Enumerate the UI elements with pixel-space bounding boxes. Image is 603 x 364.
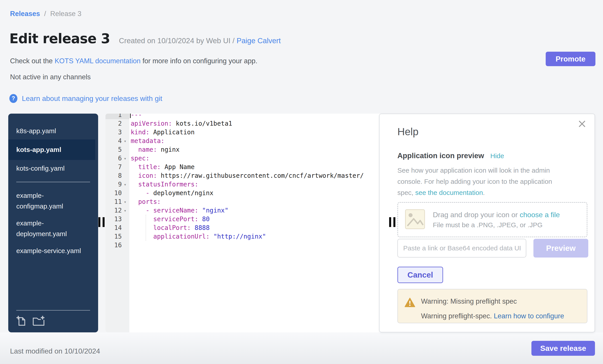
code-text: --- — [129, 114, 386, 119]
code-token: name: — [138, 146, 157, 153]
line-number: 16 — [105, 241, 129, 250]
code-line[interactable]: 13 servicePort: 80 — [105, 215, 386, 223]
code-token: Application — [150, 129, 195, 136]
code-token: 80 — [198, 215, 210, 223]
file-tree-item[interactable]: kots-config.yaml — [8, 160, 95, 177]
git-help-link-row[interactable]: ? Learn about managing your releases wit… — [9, 94, 162, 103]
code-text: title: App Name — [129, 163, 386, 171]
add-file-button[interactable] — [16, 315, 26, 327]
breadcrumb-current: Release 3 — [50, 10, 81, 18]
file-tree-item[interactable]: k8s-app.yaml — [8, 122, 95, 139]
docs-hint: Check out the KOTS YAML documentation fo… — [10, 57, 257, 65]
release-workspace: k8s-app.yamlkots-app.yamlkots-config.yam… — [0, 114, 603, 332]
new-file-icon — [16, 324, 26, 327]
code-line[interactable]: 6▾spec: — [105, 154, 386, 163]
yaml-editor[interactable]: 1---2apiVersion: kots.io/v1beta13kind: A… — [105, 114, 386, 332]
code-token: "nginx" — [198, 207, 228, 214]
add-folder-button[interactable] — [32, 315, 45, 327]
code-line[interactable]: 8 icon: https://raw.githubusercontent.co… — [105, 171, 386, 180]
preview-button[interactable]: Preview — [533, 239, 588, 257]
code-line[interactable]: 1--- — [105, 114, 386, 119]
file-tree-item[interactable]: example-deployment.yaml — [8, 215, 95, 242]
file-tree-item[interactable]: kots-app.yaml — [8, 139, 95, 160]
kots-yaml-docs-link[interactable]: KOTS YAML documentation — [55, 57, 140, 65]
code-token: App Name — [161, 163, 195, 171]
help-panel-resize-handle[interactable] — [389, 217, 395, 227]
fold-toggle-icon[interactable]: ▾ — [122, 139, 128, 143]
fold-toggle-icon[interactable]: ▾ — [122, 182, 128, 187]
help-close-button[interactable] — [578, 119, 587, 128]
code-token — [131, 163, 138, 171]
warning-triangle-icon — [405, 298, 415, 320]
fold-toggle-icon[interactable]: ▾ — [122, 208, 128, 213]
code-line[interactable]: 3kind: Application — [105, 128, 386, 137]
icon-dropzone[interactable]: Drag and drop your icon or choose a file… — [397, 202, 587, 237]
code-line[interactable]: 14 localPort: 8888 — [105, 223, 386, 232]
promote-button[interactable]: Promote — [546, 52, 595, 66]
save-release-button[interactable]: Save release — [531, 341, 595, 356]
file-tree-item[interactable]: example-configmap.yaml — [8, 187, 95, 215]
code-line[interactable]: 10 - deployment/nginx — [105, 189, 386, 197]
code-line[interactable]: 5 name: nginx — [105, 145, 386, 154]
choose-file-link[interactable]: choose a file — [520, 211, 560, 219]
code-line[interactable]: 11▾ ports: — [105, 197, 386, 206]
breadcrumb-separator: / — [44, 10, 46, 18]
code-token — [131, 189, 146, 197]
breadcrumb-releases-link[interactable]: Releases — [10, 10, 40, 18]
help-panel-title: Help — [397, 126, 418, 138]
file-tree-divider — [16, 182, 90, 182]
sidebar-resize-handle[interactable] — [98, 217, 104, 227]
file-tree: k8s-app.yamlkots-app.yamlkots-config.yam… — [8, 114, 98, 259]
code-token: 8888 — [191, 224, 210, 232]
page-title: Edit release 3 — [9, 31, 110, 46]
code-text: kind: Application — [129, 128, 386, 137]
code-token: title: — [138, 163, 161, 171]
file-tree-item[interactable]: example-service.yaml — [8, 242, 95, 259]
svg-text:?: ? — [12, 95, 15, 101]
code-line[interactable]: 15 applicationUrl: "http://nginx" — [105, 232, 386, 241]
code-token: applicationUrl: — [153, 233, 210, 240]
code-text: apiVersion: kots.io/v1beta1 — [129, 119, 386, 128]
code-text: localPort: 8888 — [129, 223, 386, 232]
fold-toggle-icon[interactable]: ▾ — [122, 199, 128, 204]
code-line[interactable]: 9▾ statusInformers: — [105, 180, 386, 189]
code-line[interactable]: 12▾ - serviceName: "nginx" — [105, 206, 386, 215]
code-token — [131, 198, 138, 205]
line-number: 3 — [105, 128, 129, 137]
code-line[interactable]: 16 — [105, 241, 386, 250]
edit-release-page: Releases / Release 3 Edit release 3 Crea… — [0, 0, 603, 364]
git-help-link[interactable]: Learn about managing your releases with … — [22, 94, 162, 103]
code-token: ports: — [138, 198, 161, 205]
code-line[interactable]: 7 title: App Name — [105, 163, 386, 171]
code-token: servicePort: — [153, 215, 198, 223]
docs-post: for more info on configuring your app. — [140, 57, 257, 65]
code-token: deployment/nginx — [153, 189, 213, 197]
created-author-link[interactable]: Paige Calvert — [237, 36, 281, 45]
line-number: 14 — [105, 223, 129, 232]
warning-body: Warning preflight-spec. Learn how to con… — [421, 312, 564, 320]
dropzone-text-pre: Drag and drop your icon or — [433, 211, 520, 219]
line-number: 12▾ — [105, 206, 129, 215]
hide-link[interactable]: Hide — [490, 152, 504, 160]
code-text: - deployment/nginx — [129, 189, 386, 197]
fold-toggle-icon[interactable]: ▾ — [122, 156, 128, 161]
question-circle-icon: ? — [9, 94, 18, 103]
code-text: servicePort: 80 — [129, 215, 386, 223]
last-modified-text: Last modified on 10/10/2024 — [10, 347, 100, 355]
code-text: applicationUrl: "http://nginx" — [129, 232, 386, 241]
code-token: kind: — [131, 129, 150, 136]
docs-pre: Check out the — [10, 57, 55, 65]
icon-url-input[interactable] — [397, 239, 526, 257]
learn-how-to-configure-link[interactable]: Learn how to configure — [494, 312, 564, 320]
desc-period: . — [483, 189, 485, 196]
code-line[interactable]: 2apiVersion: kots.io/v1beta1 — [105, 119, 386, 128]
file-tree-sidebar: k8s-app.yamlkots-app.yamlkots-config.yam… — [8, 114, 98, 332]
help-panel: Help Application icon preview Hide See h… — [379, 114, 595, 332]
text-cursor — [130, 114, 131, 118]
close-icon — [578, 126, 587, 129]
created-info: Created on 10/10/2024 by Web UI / Paige … — [119, 36, 281, 45]
see-documentation-link[interactable]: see the documentation — [415, 189, 483, 196]
code-line[interactable]: 4▾metadata: — [105, 137, 386, 145]
created-prefix: Created on 10/10/2024 by Web UI / — [119, 36, 237, 45]
cancel-button[interactable]: Cancel — [397, 267, 443, 283]
